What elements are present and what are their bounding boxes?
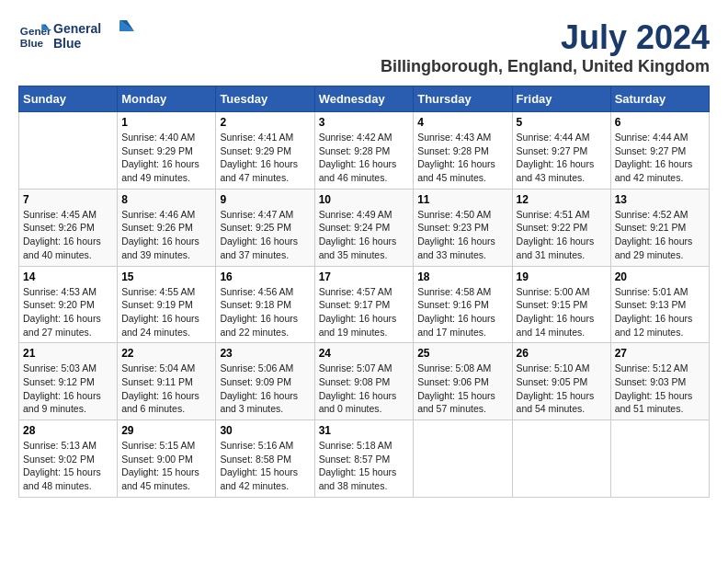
calendar-cell-w4d6: 26Sunrise: 5:10 AMSunset: 9:05 PMDayligh… — [512, 343, 610, 420]
day-info: Sunrise: 4:42 AMSunset: 9:28 PMDaylight:… — [319, 131, 410, 185]
calendar-cell-w2d5: 11Sunrise: 4:50 AMSunset: 9:23 PMDayligh… — [414, 189, 512, 266]
day-number: 24 — [319, 347, 410, 360]
calendar-cell-w5d4: 31Sunrise: 5:18 AMSunset: 8:57 PMDayligh… — [314, 420, 414, 498]
day-info: Sunrise: 4:46 AMSunset: 9:26 PMDaylight:… — [121, 208, 211, 262]
day-number: 13 — [615, 193, 705, 206]
calendar-cell-w3d6: 19Sunrise: 5:00 AMSunset: 9:15 PMDayligh… — [512, 266, 610, 343]
day-number: 14 — [23, 270, 113, 283]
day-info: Sunrise: 4:51 AMSunset: 9:22 PMDaylight:… — [517, 208, 607, 262]
day-info: Sunrise: 5:03 AMSunset: 9:12 PMDaylight:… — [23, 362, 113, 416]
week-row-1: 1Sunrise: 4:40 AMSunset: 9:29 PMDaylight… — [19, 112, 710, 190]
week-row-4: 21Sunrise: 5:03 AMSunset: 9:12 PMDayligh… — [19, 343, 710, 420]
day-info: Sunrise: 5:13 AMSunset: 9:02 PMDaylight:… — [23, 439, 113, 493]
calendar-cell-w2d3: 9Sunrise: 4:47 AMSunset: 9:25 PMDaylight… — [216, 189, 314, 266]
calendar-cell-w3d1: 14Sunrise: 4:53 AMSunset: 9:20 PMDayligh… — [19, 266, 118, 343]
week-row-2: 7Sunrise: 4:45 AMSunset: 9:26 PMDaylight… — [19, 189, 710, 266]
title-section: July 2024 Billingborough, England, Unite… — [381, 18, 710, 76]
day-number: 10 — [319, 193, 410, 206]
calendar-cell-w3d4: 17Sunrise: 4:57 AMSunset: 9:17 PMDayligh… — [314, 266, 414, 343]
day-number: 7 — [23, 193, 113, 206]
day-number: 9 — [220, 193, 310, 206]
logo-icon: General Blue — [18, 20, 51, 53]
day-info: Sunrise: 4:58 AMSunset: 9:16 PMDaylight:… — [417, 285, 507, 339]
calendar-cell-w5d1: 28Sunrise: 5:13 AMSunset: 9:02 PMDayligh… — [19, 420, 118, 498]
calendar-cell-w3d3: 16Sunrise: 4:56 AMSunset: 9:18 PMDayligh… — [216, 266, 314, 343]
calendar-cell-w4d4: 24Sunrise: 5:07 AMSunset: 9:08 PMDayligh… — [314, 343, 414, 420]
day-number: 19 — [517, 270, 607, 283]
day-info: Sunrise: 4:45 AMSunset: 9:26 PMDaylight:… — [23, 208, 113, 262]
day-info: Sunrise: 5:12 AMSunset: 9:03 PMDaylight:… — [615, 362, 705, 416]
day-number: 8 — [121, 193, 211, 206]
day-info: Sunrise: 4:44 AMSunset: 9:27 PMDaylight:… — [517, 131, 607, 185]
header-tuesday: Tuesday — [216, 86, 314, 112]
calendar-cell-w1d6: 5Sunrise: 4:44 AMSunset: 9:27 PMDaylight… — [512, 112, 610, 190]
day-info: Sunrise: 4:49 AMSunset: 9:24 PMDaylight:… — [319, 208, 410, 262]
day-info: Sunrise: 5:01 AMSunset: 9:13 PMDaylight:… — [615, 285, 705, 339]
day-number: 1 — [121, 116, 211, 129]
header-friday: Friday — [512, 86, 610, 112]
day-info: Sunrise: 4:50 AMSunset: 9:23 PMDaylight:… — [417, 208, 507, 262]
calendar-cell-w3d5: 18Sunrise: 4:58 AMSunset: 9:16 PMDayligh… — [414, 266, 512, 343]
day-number: 27 — [615, 347, 705, 360]
day-number: 26 — [517, 347, 607, 360]
calendar-cell-w4d7: 27Sunrise: 5:12 AMSunset: 9:03 PMDayligh… — [610, 343, 709, 420]
calendar-cell-w1d5: 4Sunrise: 4:43 AMSunset: 9:28 PMDaylight… — [414, 112, 512, 190]
calendar-cell-w5d7 — [610, 420, 709, 498]
svg-text:General: General — [53, 21, 101, 36]
day-info: Sunrise: 4:41 AMSunset: 9:29 PMDaylight:… — [220, 131, 310, 185]
day-info: Sunrise: 5:00 AMSunset: 9:15 PMDaylight:… — [517, 285, 607, 339]
day-number: 28 — [23, 424, 113, 437]
day-info: Sunrise: 5:06 AMSunset: 9:09 PMDaylight:… — [220, 362, 310, 416]
day-number: 21 — [23, 347, 113, 360]
day-number: 25 — [417, 347, 507, 360]
calendar-cell-w4d2: 22Sunrise: 5:04 AMSunset: 9:11 PMDayligh… — [118, 343, 216, 420]
day-info: Sunrise: 5:10 AMSunset: 9:05 PMDaylight:… — [517, 362, 607, 416]
day-number: 29 — [121, 424, 211, 437]
calendar-cell-w2d2: 8Sunrise: 4:46 AMSunset: 9:26 PMDaylight… — [118, 189, 216, 266]
day-number: 20 — [615, 270, 705, 283]
day-info: Sunrise: 5:16 AMSunset: 8:58 PMDaylight:… — [220, 439, 310, 493]
day-number: 23 — [220, 347, 310, 360]
calendar-cell-w2d4: 10Sunrise: 4:49 AMSunset: 9:24 PMDayligh… — [314, 189, 414, 266]
day-info: Sunrise: 5:15 AMSunset: 9:00 PMDaylight:… — [121, 439, 211, 493]
calendar-cell-w4d1: 21Sunrise: 5:03 AMSunset: 9:12 PMDayligh… — [19, 343, 118, 420]
day-number: 22 — [121, 347, 211, 360]
header-thursday: Thursday — [414, 86, 512, 112]
day-number: 12 — [517, 193, 607, 206]
calendar-cell-w5d3: 30Sunrise: 5:16 AMSunset: 8:58 PMDayligh… — [216, 420, 314, 498]
day-info: Sunrise: 4:52 AMSunset: 9:21 PMDaylight:… — [615, 208, 705, 262]
svg-text:Blue: Blue — [53, 36, 82, 51]
calendar-cell-w5d2: 29Sunrise: 5:15 AMSunset: 9:00 PMDayligh… — [118, 420, 216, 498]
calendar-cell-w5d5 — [414, 420, 512, 498]
day-number: 31 — [319, 424, 410, 437]
week-row-5: 28Sunrise: 5:13 AMSunset: 9:02 PMDayligh… — [19, 420, 710, 498]
day-number: 17 — [319, 270, 410, 283]
day-info: Sunrise: 5:08 AMSunset: 9:06 PMDaylight:… — [417, 362, 507, 416]
day-number: 15 — [121, 270, 211, 283]
day-number: 2 — [220, 116, 310, 129]
month-year-title: July 2024 — [381, 18, 710, 57]
svg-text:Blue: Blue — [20, 37, 44, 49]
day-info: Sunrise: 4:47 AMSunset: 9:25 PMDaylight:… — [220, 208, 310, 262]
day-info: Sunrise: 4:44 AMSunset: 9:27 PMDaylight:… — [615, 131, 705, 185]
day-info: Sunrise: 5:04 AMSunset: 9:11 PMDaylight:… — [121, 362, 211, 416]
calendar-cell-w4d3: 23Sunrise: 5:06 AMSunset: 9:09 PMDayligh… — [216, 343, 314, 420]
logo: General Blue General Blue — [18, 18, 136, 55]
calendar-cell-w1d4: 3Sunrise: 4:42 AMSunset: 9:28 PMDaylight… — [314, 112, 414, 190]
header-wednesday: Wednesday — [314, 86, 414, 112]
calendar-cell-w3d2: 15Sunrise: 4:55 AMSunset: 9:19 PMDayligh… — [118, 266, 216, 343]
day-number: 3 — [319, 116, 410, 129]
day-number: 18 — [417, 270, 507, 283]
header-saturday: Saturday — [610, 86, 709, 112]
day-info: Sunrise: 4:53 AMSunset: 9:20 PMDaylight:… — [23, 285, 113, 339]
calendar-cell-w3d7: 20Sunrise: 5:01 AMSunset: 9:13 PMDayligh… — [610, 266, 709, 343]
day-number: 5 — [517, 116, 607, 129]
calendar-cell-w5d6 — [512, 420, 610, 498]
day-info: Sunrise: 4:40 AMSunset: 9:29 PMDaylight:… — [121, 131, 211, 185]
calendar-cell-w1d2: 1Sunrise: 4:40 AMSunset: 9:29 PMDaylight… — [118, 112, 216, 190]
day-info: Sunrise: 4:43 AMSunset: 9:28 PMDaylight:… — [417, 131, 507, 185]
day-number: 30 — [220, 424, 310, 437]
header-sunday: Sunday — [19, 86, 118, 112]
location-subtitle: Billingborough, England, United Kingdom — [381, 57, 710, 76]
calendar-cell-w4d5: 25Sunrise: 5:08 AMSunset: 9:06 PMDayligh… — [414, 343, 512, 420]
